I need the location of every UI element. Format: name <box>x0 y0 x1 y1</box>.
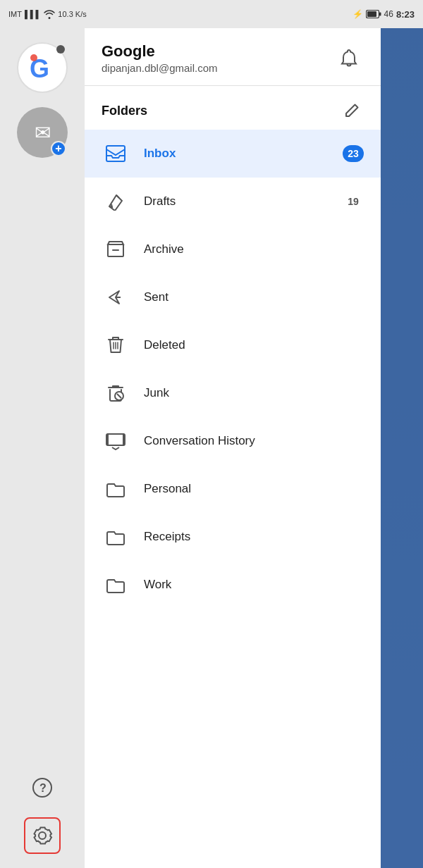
folder-item-conversation-history[interactable]: Conversation History <box>85 417 381 465</box>
signal-bars: ▌▌▌ <box>25 10 41 18</box>
folder-item-inbox[interactable]: Inbox 23 <box>85 130 381 178</box>
conversation-history-icon <box>102 427 130 455</box>
folder-item-sent[interactable]: Sent <box>85 273 381 321</box>
right-content-area <box>381 28 423 868</box>
inbox-icon <box>102 140 130 168</box>
folders-edit-button[interactable] <box>340 99 364 123</box>
drawer-panel: Google dipanjan.dbl@gmail.com Folders <box>85 28 381 868</box>
folder-item-archive[interactable]: Archive <box>85 225 381 273</box>
svg-rect-2 <box>379 13 381 16</box>
active-account-dot <box>56 45 65 54</box>
folders-title: Folders <box>102 104 147 118</box>
folder-label-deleted: Deleted <box>144 338 364 352</box>
right-overlay <box>381 28 423 868</box>
folder-list: Inbox 23 Drafts 19 <box>85 130 381 868</box>
deleted-icon <box>102 331 130 359</box>
svg-text:?: ? <box>39 782 47 794</box>
add-account-badge: + <box>51 141 66 156</box>
account-header: Google dipanjan.dbl@gmail.com <box>85 28 381 86</box>
folder-label-conversation-history: Conversation History <box>144 434 364 448</box>
drafts-badge: 19 <box>343 193 364 210</box>
status-bar: IMT ▌▌▌ 10.3 K/s ⚡ 46 8:23 <box>0 0 423 28</box>
mail-account-avatar[interactable]: ✉ + <box>17 107 68 158</box>
folder-label-drafts: Drafts <box>144 194 343 209</box>
folder-label-work: Work <box>144 578 364 592</box>
sidebar: G ✉ + ? <box>0 28 85 868</box>
folder-label-junk: Junk <box>144 386 364 400</box>
svg-rect-7 <box>106 146 125 161</box>
status-left: IMT ▌▌▌ 10.3 K/s <box>8 9 87 19</box>
svg-rect-1 <box>367 11 376 17</box>
time-display: 8:23 <box>396 9 415 20</box>
main-container: G ✉ + ? <box>0 28 423 868</box>
junk-icon <box>102 379 130 407</box>
folder-item-deleted[interactable]: Deleted <box>85 321 381 369</box>
folder-label-personal: Personal <box>144 482 364 496</box>
personal-folder-icon <box>102 475 130 503</box>
folder-label-sent: Sent <box>144 290 364 304</box>
battery-percent: 46 <box>384 9 393 19</box>
carrier-text: IMT <box>8 10 22 18</box>
folder-label-archive: Archive <box>144 242 364 256</box>
drafts-icon <box>102 187 130 216</box>
status-right: ⚡ 46 8:23 <box>352 9 415 20</box>
account-email: dipanjan.dbl@gmail.com <box>102 62 217 74</box>
google-account-avatar[interactable]: G <box>17 42 68 93</box>
folder-label-inbox: Inbox <box>144 147 343 161</box>
data-speed: 10.3 K/s <box>58 10 86 18</box>
folders-header: Folders <box>85 86 381 130</box>
battery-icon <box>366 10 381 18</box>
account-info: Google dipanjan.dbl@gmail.com <box>102 42 217 74</box>
g-logo-icon: G <box>27 52 58 83</box>
notification-bell-button[interactable] <box>334 43 364 74</box>
sent-icon <box>102 283 130 311</box>
folder-label-receipts: Receipts <box>144 530 364 544</box>
folder-item-work[interactable]: Work <box>85 561 381 609</box>
folder-item-junk[interactable]: Junk <box>85 369 381 417</box>
settings-button[interactable] <box>24 817 61 854</box>
folder-item-personal[interactable]: Personal <box>85 465 381 513</box>
svg-point-4 <box>30 54 37 61</box>
folder-item-drafts[interactable]: Drafts 19 <box>85 178 381 225</box>
help-button[interactable]: ? <box>24 769 61 806</box>
sidebar-bottom-actions: ? <box>24 769 61 854</box>
account-name: Google <box>102 42 217 61</box>
receipts-folder-icon <box>102 523 130 551</box>
folder-item-receipts[interactable]: Receipts <box>85 513 381 561</box>
archive-icon <box>102 235 130 264</box>
wifi-icon <box>44 9 55 19</box>
work-folder-icon <box>102 571 130 599</box>
bluetooth-icon: ⚡ <box>352 9 363 19</box>
inbox-badge: 23 <box>343 145 364 162</box>
mail-icon: ✉ <box>35 121 51 144</box>
